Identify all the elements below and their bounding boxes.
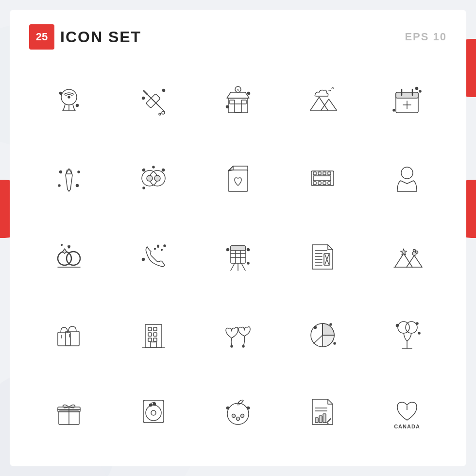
svg-rect-93 xyxy=(148,327,152,331)
svg-point-57 xyxy=(67,252,80,265)
icon-wifi-head xyxy=(29,64,109,137)
svg-rect-88 xyxy=(58,332,70,346)
svg-point-114 xyxy=(396,324,399,327)
page-title: ICON SET xyxy=(60,28,141,46)
svg-point-28 xyxy=(416,87,418,90)
svg-rect-139 xyxy=(323,414,326,423)
svg-rect-46 xyxy=(313,172,316,175)
icon-landscape xyxy=(283,64,362,137)
svg-point-132 xyxy=(241,414,244,418)
svg-point-20 xyxy=(248,92,250,95)
svg-point-44 xyxy=(143,187,145,189)
svg-point-29 xyxy=(419,90,421,92)
svg-line-140 xyxy=(327,420,330,423)
svg-rect-99 xyxy=(151,342,156,348)
svg-point-55 xyxy=(401,167,413,179)
svg-marker-58 xyxy=(63,249,67,254)
svg-point-115 xyxy=(416,323,418,324)
icon-document xyxy=(283,220,362,292)
svg-point-60 xyxy=(142,258,145,261)
svg-point-33 xyxy=(60,171,62,173)
svg-text:I: I xyxy=(406,405,408,411)
svg-point-1 xyxy=(68,96,70,98)
svg-point-126 xyxy=(150,404,152,407)
icon-love-card xyxy=(198,142,278,215)
svg-rect-53 xyxy=(328,182,331,185)
icon-syringe xyxy=(114,64,193,137)
svg-point-86 xyxy=(413,250,416,252)
icon-medical-calendar xyxy=(367,64,447,137)
svg-point-35 xyxy=(58,185,60,187)
canada-label: CANADA xyxy=(394,424,420,429)
svg-point-102 xyxy=(242,345,244,347)
icon-rings xyxy=(29,220,109,292)
svg-rect-138 xyxy=(319,416,322,423)
svg-point-108 xyxy=(330,323,332,325)
svg-point-130 xyxy=(232,414,236,418)
svg-point-42 xyxy=(162,169,165,171)
svg-rect-18 xyxy=(241,100,246,104)
header: 25 ICON SET EPS 10 xyxy=(29,24,447,50)
icon-music-card xyxy=(114,375,193,448)
svg-rect-49 xyxy=(328,172,331,175)
svg-point-127 xyxy=(153,403,156,406)
icon-report xyxy=(283,375,362,448)
icon-fruit xyxy=(198,375,278,448)
icon-balloon-stand xyxy=(367,297,447,370)
svg-point-122 xyxy=(146,405,161,421)
svg-point-9 xyxy=(162,111,165,114)
svg-point-61 xyxy=(164,245,166,247)
icon-canada-heart: I CANADA xyxy=(367,375,447,448)
svg-point-87 xyxy=(416,251,418,254)
svg-rect-14 xyxy=(235,104,241,113)
svg-rect-94 xyxy=(153,327,157,331)
svg-point-36 xyxy=(78,171,80,173)
svg-point-34 xyxy=(76,185,79,187)
svg-rect-48 xyxy=(323,172,326,175)
svg-point-111 xyxy=(406,322,417,333)
svg-line-142 xyxy=(330,419,331,420)
svg-rect-45 xyxy=(311,171,334,186)
svg-point-133 xyxy=(227,407,229,409)
svg-point-4 xyxy=(76,104,79,107)
svg-point-134 xyxy=(247,407,250,409)
svg-rect-90 xyxy=(66,331,79,346)
main-card: 25 ICON SET EPS 10 xyxy=(10,10,466,466)
svg-text:$: $ xyxy=(237,88,239,92)
svg-point-107 xyxy=(314,326,317,329)
icon-tie xyxy=(29,142,109,215)
svg-rect-95 xyxy=(148,333,152,336)
icon-love-call xyxy=(114,220,193,292)
svg-point-12 xyxy=(163,89,165,92)
svg-rect-51 xyxy=(318,182,321,185)
svg-point-3 xyxy=(60,92,62,95)
svg-line-106 xyxy=(314,335,323,343)
svg-line-8 xyxy=(160,107,165,112)
svg-point-109 xyxy=(334,342,336,344)
svg-point-40 xyxy=(154,175,160,181)
svg-point-73 xyxy=(247,262,249,264)
svg-point-41 xyxy=(143,169,145,171)
header-left: 25 ICON SET xyxy=(29,24,141,50)
svg-point-72 xyxy=(247,249,250,251)
icon-gift xyxy=(29,375,109,448)
svg-point-39 xyxy=(147,175,153,181)
svg-rect-137 xyxy=(315,418,318,423)
svg-rect-54 xyxy=(313,176,331,181)
svg-rect-47 xyxy=(318,172,321,175)
icon-grid: $ xyxy=(29,64,447,448)
svg-rect-17 xyxy=(230,100,235,104)
svg-rect-52 xyxy=(323,182,326,185)
icon-shopping-bags xyxy=(29,297,109,370)
svg-point-10 xyxy=(159,113,161,115)
svg-line-69 xyxy=(241,263,245,271)
svg-line-7 xyxy=(144,91,147,94)
icon-person xyxy=(367,142,447,215)
icon-billiards xyxy=(114,142,193,215)
svg-point-43 xyxy=(153,166,154,168)
svg-line-68 xyxy=(231,263,235,271)
icon-calendar-art xyxy=(198,220,278,292)
svg-point-116 xyxy=(418,332,420,334)
svg-point-71 xyxy=(227,249,229,251)
svg-point-30 xyxy=(393,109,395,111)
